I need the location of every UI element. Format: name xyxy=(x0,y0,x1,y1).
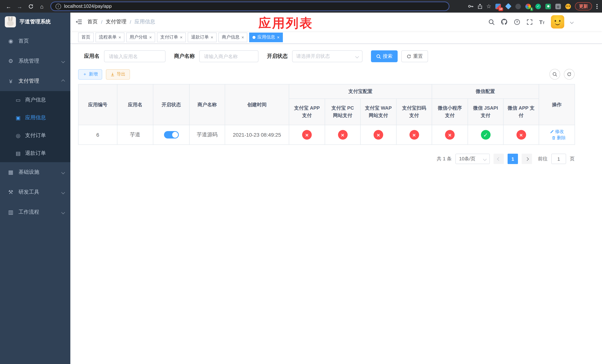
forward-icon[interactable]: → xyxy=(15,1,24,11)
bookmark-star-icon[interactable]: ☆ xyxy=(486,3,491,10)
app-brand: 芋道管理系统 xyxy=(0,13,70,31)
card-icon: ▭ xyxy=(15,97,22,103)
export-button[interactable]: 导出 xyxy=(106,69,130,79)
app-logo xyxy=(5,16,16,27)
sidebar-item-infra[interactable]: ▦ 基础设施 xyxy=(0,162,70,182)
tab-close-icon[interactable]: × xyxy=(277,35,280,39)
status-select[interactable]: 请选择开启状态 xyxy=(292,50,363,62)
chevron-down-icon xyxy=(61,170,65,174)
tab-merchant-info[interactable]: 商户信息 × xyxy=(218,32,247,42)
breadcrumb-payment[interactable]: 支付管理 xyxy=(106,19,127,25)
font-size-icon[interactable]: TT xyxy=(539,19,545,25)
search-button[interactable]: 搜索 xyxy=(371,50,398,62)
tab-user-group[interactable]: 用户分组 × xyxy=(126,32,155,42)
user-avatar[interactable] xyxy=(551,15,564,29)
add-button[interactable]: ＋ 新增 xyxy=(78,69,102,79)
page-content: 应用名 商户名称 开启状态 请选择开启状态 xyxy=(70,44,575,164)
refresh-button[interactable] xyxy=(564,69,575,80)
grid-icon: ▣ xyxy=(15,115,22,121)
tab-pay-order[interactable]: 支付订单 × xyxy=(157,32,186,42)
extension-check-icon[interactable]: ✓ xyxy=(535,3,541,10)
help-icon[interactable]: ? xyxy=(514,19,520,25)
tab-home[interactable]: 首页 xyxy=(78,32,94,42)
extension-face-icon[interactable] xyxy=(565,3,571,10)
tab-app-info[interactable]: 应用信息 × xyxy=(249,32,283,42)
extension-green-square-icon[interactable] xyxy=(545,3,551,10)
sidebar-item-home[interactable]: ◉ 首页 xyxy=(0,31,70,51)
tab-close-icon[interactable]: × xyxy=(241,35,244,39)
sidebar: 芋道管理系统 ◉ 首页 ⚙ 系统管理 ¥ 支付管理 ▭ 商户信息 xyxy=(0,13,70,364)
trash-icon xyxy=(552,136,556,140)
document-icon: ▤ xyxy=(15,150,22,156)
breadcrumb-home[interactable]: 首页 xyxy=(87,19,98,25)
dashboard-icon: ◉ xyxy=(7,38,14,44)
page-size-select[interactable]: 10条/页 xyxy=(455,154,490,164)
prev-page-button[interactable] xyxy=(494,154,504,164)
pagination: 共 1 条 10条/页 1 前往 页 xyxy=(78,154,575,164)
browser-update-button[interactable]: 更新 xyxy=(575,2,592,10)
back-icon[interactable]: ← xyxy=(4,1,13,11)
fullscreen-icon[interactable] xyxy=(527,19,533,25)
sidebar-item-refund-order[interactable]: ▤ 退款订单 xyxy=(0,144,70,162)
search-icon xyxy=(552,72,557,77)
user-menu-caret-icon[interactable] xyxy=(570,20,574,24)
extension-dark-icon[interactable] xyxy=(515,3,521,10)
tabs-bar: 首页 流程表单 × 用户分组 × 支付订单 × 退款订单 × xyxy=(70,31,602,44)
site-info-icon[interactable]: i xyxy=(55,3,61,9)
alipay-pc-status-icon: × xyxy=(338,130,347,139)
merchant-name-input[interactable] xyxy=(199,50,258,62)
sidebar-item-app-info[interactable]: ▣ 应用信息 xyxy=(0,109,70,127)
sidebar-item-payment[interactable]: ¥ 支付管理 xyxy=(0,71,70,91)
password-key-icon[interactable] xyxy=(467,3,473,9)
tab-close-icon[interactable]: × xyxy=(149,35,152,39)
reset-button[interactable]: 重置 xyxy=(401,50,428,62)
enable-switch[interactable] xyxy=(164,131,179,139)
gear-icon: ⚙ xyxy=(7,58,14,64)
cell-app-id: 6 xyxy=(78,125,117,145)
page-number-1[interactable]: 1 xyxy=(508,154,518,164)
sidebar-item-devtools[interactable]: ⚒ 研发工具 xyxy=(0,182,70,202)
address-bar[interactable]: i localhost:1024/pay/app xyxy=(50,1,450,11)
table-row: 6 芋道 芋道源码 2021-10-23 08:49:25 × × × × × … xyxy=(78,125,575,145)
extension-colorful-icon[interactable]: 1 xyxy=(525,3,531,10)
refresh-icon xyxy=(567,72,572,77)
toggle-search-button[interactable] xyxy=(549,69,560,80)
group-alipay-config: 支付宝配置 xyxy=(289,84,432,99)
svg-text:?: ? xyxy=(516,20,518,24)
sidebar-item-system[interactable]: ⚙ 系统管理 xyxy=(0,51,70,71)
app-name-input[interactable] xyxy=(104,50,165,62)
browser-menu-icon[interactable] xyxy=(596,4,598,9)
chevron-up-icon xyxy=(61,79,65,83)
extension-diamond-icon[interactable] xyxy=(505,3,511,10)
hamburger-icon[interactable] xyxy=(75,19,82,25)
next-page-button[interactable] xyxy=(522,154,532,164)
share-icon[interactable] xyxy=(477,3,483,9)
chevron-down-icon xyxy=(61,210,65,214)
tab-close-icon[interactable]: × xyxy=(118,35,121,39)
yen-icon: ¥ xyxy=(7,78,14,84)
tab-refund-order[interactable]: 退款订单 × xyxy=(188,32,216,42)
merchant-name-label: 商户名称 xyxy=(174,53,195,60)
edit-link[interactable]: 修改 xyxy=(550,128,564,135)
infrastructure-icon: ▦ xyxy=(7,169,14,175)
col-wechat-jsapi: 微信 JSAPI 支付 xyxy=(468,99,503,125)
search-icon[interactable] xyxy=(489,19,495,25)
sidebar-item-pay-order[interactable]: ◎ 支付订单 xyxy=(0,127,70,144)
github-icon[interactable] xyxy=(501,19,508,25)
goto-page-input[interactable] xyxy=(551,154,566,164)
app-title: 芋道管理系统 xyxy=(20,19,51,25)
extension-badge: 10 xyxy=(498,7,503,11)
tab-process-form[interactable]: 流程表单 × xyxy=(96,32,124,42)
navbar-actions: ? TT xyxy=(489,15,602,29)
extension-adblock-icon[interactable]: 10 xyxy=(495,3,501,10)
home-icon[interactable]: ⌂ xyxy=(37,1,47,11)
extension-puzzle-icon[interactable] xyxy=(555,3,561,10)
tab-close-icon[interactable]: × xyxy=(180,35,183,39)
reload-icon[interactable] xyxy=(26,1,35,11)
tab-close-icon[interactable]: × xyxy=(211,35,213,39)
tools-icon: ⚒ xyxy=(7,189,14,195)
sidebar-item-merchant-info[interactable]: ▭ 商户信息 xyxy=(0,91,70,109)
delete-link[interactable]: 删除 xyxy=(552,135,566,141)
sidebar-item-workflow[interactable]: ▥ 工作流程 xyxy=(0,202,70,222)
col-alipay-wap: 支付宝 WAP 网站支付 xyxy=(360,99,396,125)
